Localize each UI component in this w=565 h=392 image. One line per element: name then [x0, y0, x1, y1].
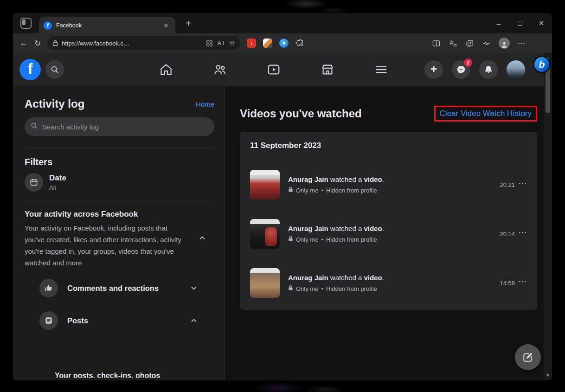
facebook-favicon-icon: f [44, 21, 52, 30]
split-screen-icon[interactable] [432, 39, 441, 48]
facebook-logo[interactable]: f [19, 59, 41, 80]
home-tab-icon[interactable] [158, 62, 174, 77]
compose-button[interactable] [515, 344, 541, 370]
extensions-puzzle-icon[interactable] [295, 39, 304, 48]
sidebar-item-label: Posts [67, 316, 88, 325]
search-icon [31, 122, 38, 131]
entry-time: 20:21 [500, 181, 515, 188]
grid-icon[interactable] [206, 40, 213, 47]
facebook-navbar: f [13, 53, 544, 86]
read-aloud-icon[interactable]: A [217, 39, 225, 47]
thumbnail-caption-strip [250, 268, 280, 273]
maximize-icon [518, 21, 522, 26]
entry-time: 20:14 [500, 231, 515, 238]
divider [25, 147, 214, 148]
clear-video-watch-history-button[interactable]: Clear Video Watch History [440, 109, 532, 118]
home-link[interactable]: Home [196, 100, 214, 108]
extension-icon-2[interactable] [263, 39, 272, 48]
facebook-nav-tabs [158, 53, 389, 86]
lock-icon [288, 186, 293, 194]
video-thumbnail[interactable] [250, 219, 280, 249]
watch-history-entry[interactable]: Anurag Jain watched a video. Only me • H… [250, 170, 528, 199]
toolbar-right-icons: ⋯ [432, 38, 525, 49]
entry-privacy: Only me • Hidden from profile [288, 236, 491, 243]
browser-profile-icon[interactable] [499, 38, 510, 49]
facebook-nav-actions: + 2 [424, 60, 537, 79]
chevron-down-icon[interactable] [190, 284, 198, 294]
thumbs-up-icon [39, 279, 58, 297]
scroll-down-icon[interactable]: ▼ [544, 373, 552, 378]
create-button[interactable]: + [424, 60, 443, 79]
watch-history-entry[interactable]: Anurag Jain watched a video. Only me • H… [250, 268, 528, 298]
facebook-search-button[interactable] [45, 60, 64, 79]
favorite-star-icon[interactable]: ☆ [229, 39, 235, 47]
tab-close-icon[interactable]: × [161, 21, 171, 30]
entry-options-icon[interactable]: ⋯ [517, 181, 528, 186]
entry-options-icon[interactable]: ⋯ [517, 279, 528, 284]
plus-icon: + [430, 63, 437, 77]
tab-actions-icon[interactable] [20, 18, 32, 29]
watch-history-card: 11 September 2023 Anurag Jain watched a … [240, 132, 537, 310]
address-bar[interactable]: https://www.facebook.c… A ☆ [47, 36, 240, 50]
watch-history-entry[interactable]: Anurag Jain watched a video. Only me • H… [250, 219, 528, 249]
url-text[interactable]: https://www.facebook.c… [62, 40, 202, 47]
minimize-button[interactable]: – [488, 13, 509, 33]
sidebar-item-label: Comments and reactions [67, 284, 159, 293]
activity-section-description: Your activity on Facebook, including pos… [25, 222, 182, 269]
videos-watched-panel: Videos you've watched Clear Video Watch … [225, 86, 544, 380]
page-scrollbar[interactable]: ▲ ▼ [544, 53, 552, 380]
lock-icon [52, 40, 58, 46]
collections-icon[interactable] [465, 39, 474, 48]
new-tab-button[interactable]: + [182, 17, 195, 30]
menu-tab-icon[interactable] [373, 62, 389, 77]
entry-privacy: Only me • Hidden from profile [288, 186, 491, 194]
clipped-sidebar-text: Your posts, check-ins, photos [25, 372, 214, 378]
reload-button[interactable]: ↻ [31, 36, 45, 50]
back-button[interactable]: ← [17, 36, 31, 50]
tab-title: Facebook [56, 22, 161, 29]
filters-title: Filters [25, 157, 214, 167]
copilot-icon[interactable]: b [533, 56, 551, 73]
entry-text: Anurag Jain watched a video. [288, 225, 491, 232]
profile-avatar[interactable] [507, 60, 525, 79]
clear-watch-history-highlight[interactable]: Clear Video Watch History [434, 106, 537, 122]
lock-icon [288, 236, 293, 243]
entry-options-icon[interactable]: ⋯ [517, 230, 528, 235]
toolbar-divider [310, 39, 310, 48]
watch-tab-icon[interactable] [266, 62, 282, 77]
notifications-button[interactable] [479, 60, 498, 79]
date-filter-value: All [49, 184, 66, 191]
browser-essentials-icon[interactable] [482, 39, 491, 48]
thumbnail-caption-strip [250, 170, 280, 175]
close-button[interactable]: × [531, 13, 552, 33]
friends-tab-icon[interactable] [212, 62, 228, 77]
activity-search-bar[interactable] [25, 117, 214, 136]
marketplace-tab-icon[interactable] [320, 62, 335, 77]
entry-time: 14:58 [500, 280, 515, 287]
entry-text: Anurag Jain watched a video. [288, 175, 491, 183]
date-filter[interactable]: Date All [25, 173, 214, 192]
date-group-header: 11 September 2023 [250, 141, 528, 150]
tab-strip: f Facebook × + – × [13, 13, 552, 33]
settings-more-icon[interactable]: ⋯ [518, 39, 525, 48]
activity-log-sidebar: Activity log Home Filters [13, 86, 225, 380]
chevron-up-icon[interactable] [199, 234, 206, 244]
extension-icon-3[interactable] [279, 39, 289, 48]
divider [25, 200, 214, 200]
sidebar-title: Activity log [25, 97, 84, 110]
video-thumbnail[interactable] [250, 268, 280, 298]
calendar-icon [25, 173, 43, 192]
sidebar-item-comments-and-reactions[interactable]: Comments and reactions [25, 275, 214, 301]
extension-icon-1[interactable]: ↓ [247, 39, 256, 48]
messenger-badge: 2 [464, 58, 472, 67]
maximize-button[interactable] [509, 13, 531, 33]
messenger-button[interactable]: 2 [452, 60, 470, 79]
sidebar-item-posts[interactable]: Posts [25, 308, 214, 334]
browser-toolbar: ← ↻ https://www.facebook.c… A ☆ ↓ [13, 33, 552, 53]
favorites-icon[interactable] [449, 39, 457, 48]
tab-facebook[interactable]: f Facebook × [39, 17, 175, 33]
search-activity-input[interactable] [42, 123, 208, 131]
chevron-up-icon[interactable] [190, 317, 198, 326]
svg-text:A: A [217, 40, 221, 46]
video-thumbnail[interactable] [250, 170, 280, 199]
